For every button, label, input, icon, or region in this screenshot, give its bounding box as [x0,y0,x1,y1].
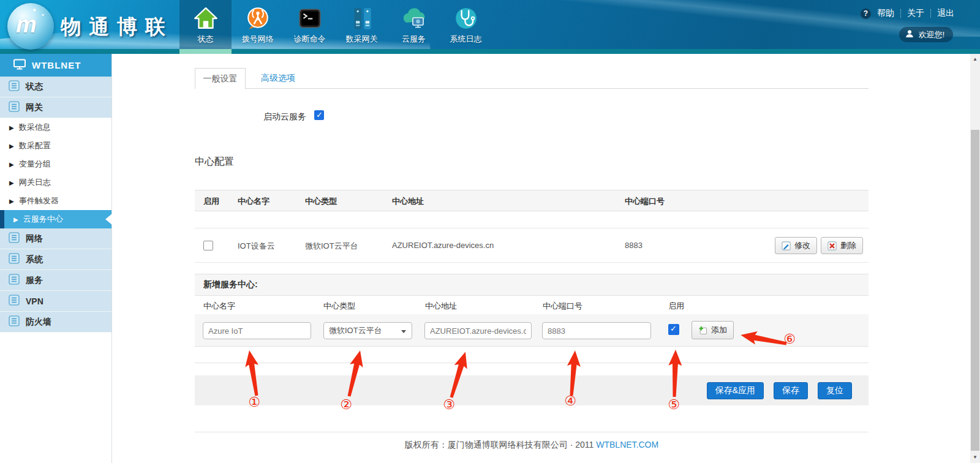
sidebar-item-firewall[interactable]: 防火墙 [0,312,111,333]
sidebar-item-label: 网络 [26,233,43,244]
page: m ✦ ✦ 物通博联 状态 拨号网络 诊断命令 [0,0,980,463]
vertical-scrollbar[interactable]: ▲ ▼ [970,54,980,463]
center-type-select[interactable]: 微软IOT云平台 [323,322,412,339]
center-name-input[interactable] [203,322,311,339]
header: m ✦ ✦ 物通博联 状态 拨号网络 诊断命令 [0,0,980,54]
center-table-header: 启用 中心名字 中心类型 中心地址 中心端口号 [195,190,869,211]
terminal-icon [297,4,323,32]
copyright-text: 版权所有：厦门物通博联网络科技有限公司 · 2011 [405,440,594,450]
dialup-network-icon [245,4,271,32]
sidebar-title-text: WTBLNET [32,60,81,70]
nav-item-label: 拨号网络 [242,34,274,45]
main-content: 一般设置 高级选项 启动云服务 中心配置 启用 中心名字 中心类型 中心地址 中… [112,54,970,463]
scrollbar-thumb[interactable] [971,130,979,451]
row-port: 8883 [625,241,643,250]
sidebar-item-label: 状态 [26,81,43,92]
nav-item-cloud-service[interactable]: 云服务 [388,0,440,54]
sidebar-item-gateway[interactable]: 网关 [0,97,111,118]
add-enable-checkbox[interactable] [668,324,679,335]
center-address-input[interactable] [424,322,532,339]
center-config-title: 中心配置 [195,156,234,168]
add-center-section-title: 新增服务中心: [195,274,869,296]
cloud-icon [400,4,428,32]
list-icon [9,274,20,287]
sidebar-item-variable-group[interactable]: ▶ 变量分组 [0,155,111,173]
table-row: IOT设备云 微软IOT云平台 AZUREIOT.azure-devices.c… [195,228,869,263]
add-button[interactable]: 添加 [692,321,734,339]
save-button[interactable]: 保存 [774,382,808,399]
sidebar-item-label: 云服务中心 [23,214,63,225]
sidebar-item-network[interactable]: 网络 [0,228,111,249]
nav-item-status[interactable]: 状态 [179,0,232,54]
scroll-down-icon[interactable]: ▼ [970,453,980,462]
logo-sparkle: ✦ [32,7,37,13]
label-port: 中心端口号 [543,301,582,312]
delete-button-label: 删除 [840,240,856,251]
row-enable-checkbox[interactable] [203,241,213,250]
sidebar-item-event-trigger[interactable]: ▶ 事件触发器 [0,192,111,210]
enable-cloud-checkbox[interactable] [314,110,324,120]
tab-advanced-options[interactable]: 高级选项 [261,73,295,84]
sidebar-item-label: 防火墙 [26,317,51,328]
center-type-selected-value: 微软IOT云平台 [329,325,382,336]
action-bar: 保存&应用 保存 复位 [195,375,869,405]
nav-item-data-gateway[interactable]: 数采网关 [336,0,388,54]
sidebar-item-label: VPN [26,296,43,306]
caret-right-icon: ▶ [9,124,14,131]
center-port-input[interactable] [542,322,651,339]
divider [930,9,931,18]
sidebar-item-status[interactable]: 状态 [0,77,111,97]
reset-button[interactable]: 复位 [818,382,852,399]
sidebar-item-cloud-service-center[interactable]: ▶ 云服务中心 [0,210,111,228]
user-icon [905,29,914,40]
add-form-inputs: 微软IOT云平台 添加 [195,314,869,347]
wtblnet-link[interactable]: WTBLNET.COM [596,440,658,450]
nav-item-dialup-network[interactable]: 拨号网络 [232,0,284,54]
edit-button[interactable]: 修改 [775,237,817,254]
divider [900,9,901,18]
nav-item-system-log[interactable]: 系统日志 [440,0,492,54]
nav-item-label: 数采网关 [346,34,378,45]
label-address: 中心地址 [425,301,457,312]
sidebar-item-service[interactable]: 服务 [0,270,111,291]
about-link[interactable]: 关于 [907,8,924,19]
sidebar-item-label: 变量分组 [19,159,51,170]
row-type: 微软IOT云平台 [305,241,358,252]
sidebar-item-data-config[interactable]: ▶ 数采配置 [0,137,111,155]
welcome-text: 欢迎您! [918,29,944,40]
save-apply-button[interactable]: 保存&应用 [707,382,764,399]
enable-cloud-label: 启动云服务 [228,111,306,122]
sidebar-item-system[interactable]: 系统 [0,249,111,270]
chevron-down-icon [401,330,406,333]
footer-divider [195,432,869,432]
sidebar-item-label: 网关日志 [19,177,51,188]
sidebar-item-label: 事件触发器 [19,195,59,206]
list-icon [9,315,20,328]
brand-logo: m ✦ ✦ [7,3,54,50]
sidebar-item-label: 数采配置 [19,140,51,151]
logo-sparkle: ✦ [41,13,45,18]
tab-general-settings[interactable]: 一般设置 [195,68,246,89]
list-icon [9,253,20,266]
sidebar-item-vpn[interactable]: VPN [0,291,111,312]
help-link[interactable]: 帮助 [877,8,894,19]
nav-item-label: 系统日志 [450,34,482,45]
sidebar-item-data-info[interactable]: ▶ 数采信息 [0,118,111,137]
delete-button[interactable]: 删除 [821,237,863,254]
nav-item-label: 状态 [198,34,214,45]
sidebar-item-gateway-log[interactable]: ▶ 网关日志 [0,173,111,192]
add-button-label: 添加 [711,325,727,336]
scroll-up-icon[interactable]: ▲ [970,55,980,64]
home-icon [193,4,219,32]
delete-icon [827,241,837,250]
logo-m-glyph: m [16,12,37,38]
add-icon [698,326,707,335]
syslog-icon [453,4,479,32]
logout-link[interactable]: 退出 [937,8,954,19]
sidebar-item-label: 网关 [26,102,43,113]
edit-button-label: 修改 [794,240,810,251]
col-name: 中心名字 [238,196,270,207]
monitor-icon [13,59,26,72]
header-links: ? 帮助 关于 退出 [861,8,954,19]
nav-item-diagnostic-command[interactable]: 诊断命令 [284,0,336,54]
